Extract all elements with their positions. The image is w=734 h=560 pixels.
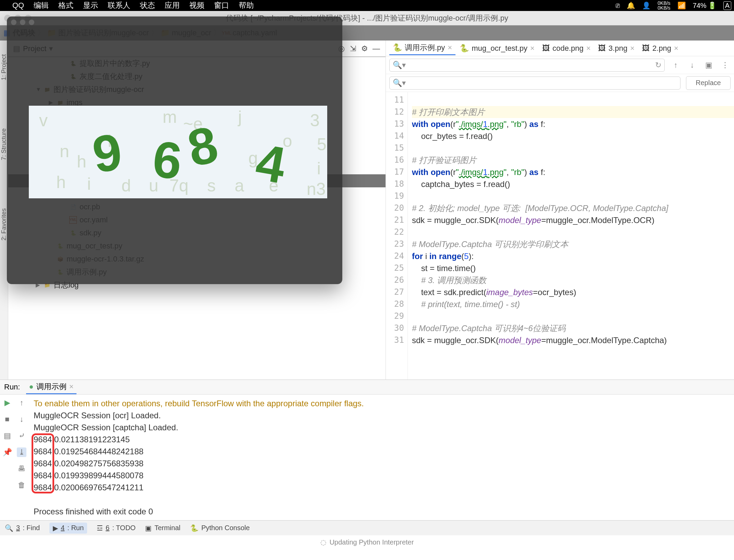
network-speed: 0KB/s0KB/s [658,1,670,10]
toolstrip-item[interactable]: ☲6: TODO [97,524,135,532]
menu-apps[interactable]: 应用 [165,0,180,11]
close-icon[interactable]: × [586,44,591,53]
svg-text:a: a [235,176,244,195]
svg-text:v: v [39,111,48,130]
collapse-icon[interactable]: ⇲ [348,44,357,53]
run-config-tab[interactable]: ●调用示例× [26,380,76,394]
file-icon: 🐍 [460,44,469,53]
svg-text:h: h [56,173,66,192]
stop-icon[interactable]: ■ [2,415,12,424]
find-bar: 🔍▾ ↻ ↑ ↓ ▣ ⋮ [386,56,734,74]
close-icon[interactable]: × [674,44,678,53]
replace-bar: 🔍▾ Replace [386,74,734,92]
svg-text:m: m [163,107,177,127]
tool-icon: ▣ [145,524,152,532]
svg-text:5: 5 [317,135,327,154]
file-icon: 🖼 [542,44,550,53]
menu-display[interactable]: 显示 [83,0,98,11]
svg-text:i: i [317,159,321,178]
wrap-icon[interactable]: ⤶ [17,431,26,441]
result-highlight-box [32,433,54,493]
svg-text:n3: n3 [307,179,326,198]
editor-tab[interactable]: 🐍mug_ocr_test.py× [456,43,538,54]
toolstrip-item[interactable]: ▶4: Run [49,523,87,534]
menu-window[interactable]: 窗口 [214,0,229,11]
menu-format[interactable]: 格式 [58,0,73,11]
captcha-image: vm~ej3 nhg53 hidu7q saen3 hoi 9 6 8 4 [29,106,327,198]
run-controls: ▶ ■ ▤ 📌 ↑ ↓ ⤶ ⤓ 🖶 🗑 [0,395,29,520]
rerun-icon[interactable]: ▶ [2,398,12,408]
file-icon: 🖼 [642,44,650,53]
editor-tabs-bar: 🐍调用示例.py×🐍mug_ocr_test.py×🖼code.png×🖼3.p… [386,40,734,56]
gear-icon[interactable]: ⚙ [360,44,369,53]
prev-match-icon[interactable]: ↑ [670,60,681,71]
svg-text:n: n [60,142,69,161]
side-tab-structure[interactable]: 7: Structure [0,128,8,160]
editor-panel: 🐍调用示例.py×🐍mug_ocr_test.py×🖼code.png×🖼3.p… [386,40,734,380]
app-name[interactable]: QQ [12,1,24,10]
status-text: Updating Python Interpreter [330,538,414,546]
battery-indicator[interactable]: 74%🔋 [693,1,717,10]
run-output[interactable]: To enable them in other operations, rebu… [29,395,734,520]
wifi-icon[interactable]: 📶 [677,1,686,10]
svg-text:s: s [207,176,216,195]
toolstrip-item[interactable]: 🔍3: Find [5,524,40,532]
svg-text:j: j [237,107,242,127]
svg-text:3: 3 [310,111,320,130]
menu-video[interactable]: 视频 [189,0,204,11]
svg-text:h: h [77,152,86,171]
toolstrip-item[interactable]: 🐍Python Console [190,524,250,532]
side-tab-project[interactable]: 1: Project [0,54,8,80]
minimize-icon[interactable]: — [372,44,381,53]
notification-icon[interactable]: 🔔 [627,1,635,10]
run-tool-window: Run: ●调用示例× ▶ ■ ▤ 📌 ↑ ↓ ⤶ ⤓ 🖶 🗑 To enabl… [0,380,734,520]
spinner-icon: ◌ [320,538,326,546]
status-bar: ◌ Updating Python Interpreter [0,535,734,549]
svg-text:6: 6 [150,130,185,190]
print-icon[interactable]: 🖶 [17,464,26,474]
tool-icon: ☲ [97,524,103,532]
file-icon: 🖼 [598,44,606,53]
input-source[interactable]: A [723,1,731,10]
code-editor[interactable]: 11 12 13 14 15 16 17 18 19 20 21 22 23 2… [386,92,734,380]
menu-help[interactable]: 帮助 [239,0,254,11]
menu-contacts[interactable]: 联系人 [108,0,130,11]
toolstrip-item[interactable]: ▣Terminal [145,524,180,532]
svg-text:i: i [87,174,91,194]
pin-icon[interactable]: 📌 [2,447,12,457]
close-icon[interactable]: × [530,44,535,53]
scroll-icon[interactable]: ⤓ [17,447,26,457]
down-icon[interactable]: ↓ [17,415,26,424]
screen-share-icon[interactable]: ⎚ [616,2,620,10]
tool-icon: 🔍 [5,524,13,532]
bottom-toolstrip: 🔍3: Find▶4: Run☲6: TODO▣Terminal🐍Python … [0,520,734,535]
regex-toggle-icon[interactable]: ↻ [655,61,661,70]
trash-icon[interactable]: 🗑 [17,480,26,490]
file-icon: 🐍 [393,43,402,52]
more-icon[interactable]: ⋮ [720,60,731,71]
select-all-icon[interactable]: ▣ [703,60,714,71]
find-input[interactable] [389,59,665,72]
up-icon[interactable]: ↑ [17,398,26,408]
replace-button[interactable]: Replace [686,76,731,90]
user-icon[interactable]: 👤 [642,1,651,10]
close-icon[interactable]: × [630,44,635,53]
replace-input[interactable] [389,77,680,90]
side-tab-favorites[interactable]: 2: Favorites [0,208,8,241]
editor-tab[interactable]: 🖼3.png× [595,43,638,54]
tool-icon: ▶ [53,524,58,532]
macos-menubar: QQ 编辑 格式 显示 联系人 状态 应用 视频 窗口 帮助 ⎚ 🔔 👤 0KB… [0,0,734,11]
search-icon: 🔍▾ [393,61,406,70]
editor-tab[interactable]: 🐍调用示例.py× [389,41,455,55]
quicklook-popup[interactable]: vm~ej3 nhg53 hidu7q saen3 hoi 9 6 8 4 [7,16,342,284]
tool-icon: 🐍 [190,524,199,532]
editor-tab[interactable]: 🖼code.png× [539,43,594,54]
search-icon: 🔍▾ [393,79,406,88]
next-match-icon[interactable]: ↓ [687,60,698,71]
menu-status[interactable]: 状态 [140,0,155,11]
menu-edit[interactable]: 编辑 [34,0,49,11]
layout-icon[interactable]: ▤ [2,431,12,441]
editor-tab[interactable]: 🖼2.png× [639,43,682,54]
close-icon[interactable]: × [448,43,452,52]
run-label: Run: [4,383,20,392]
